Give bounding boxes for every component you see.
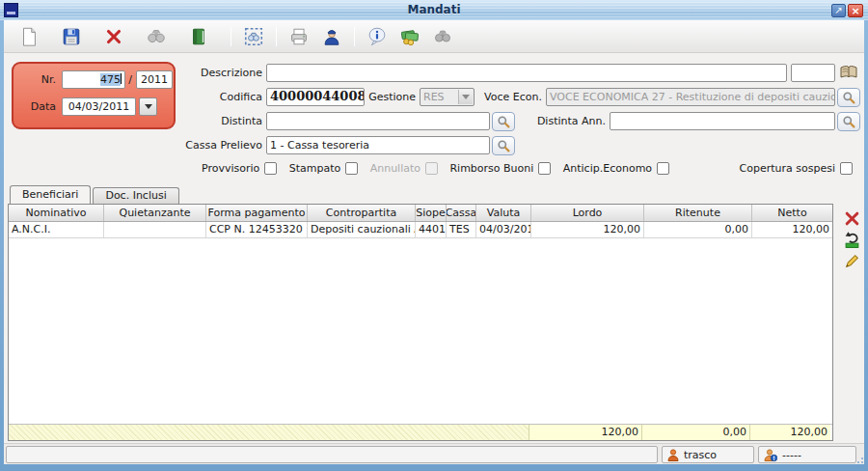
notes-book-button[interactable] [839, 64, 858, 84]
distinta-label: Distinta [149, 113, 262, 130]
col-header-ritenute[interactable]: Ritenute [644, 205, 752, 221]
distinta-ann-input[interactable] [610, 112, 835, 130]
toolbar-money-button[interactable] [397, 24, 422, 49]
anticip-economo-label: Anticip.Economo [563, 162, 652, 175]
cell-forma-pagamento[interactable]: CCP N. 12453320 [206, 222, 308, 237]
police-user-icon [321, 26, 342, 47]
total-lordo: 120,00 [529, 425, 642, 440]
toolbar-print-button[interactable] [286, 24, 312, 49]
descrizione-extra-input[interactable] [791, 64, 835, 82]
distinta-ann-label: Distinta Ann. [534, 113, 606, 130]
flags-row: Provvisorio Stampato Annullato Rimborso … [202, 160, 853, 176]
toolbar-save-button[interactable] [59, 24, 84, 49]
anticip-economo-checkbox[interactable] [657, 162, 669, 175]
window-body: Nr. 475 / 2011 Data 04/03/2011 Descrizio… [4, 20, 864, 464]
nr-input[interactable]: 475 [62, 70, 125, 89]
col-header-netto[interactable]: Netto [752, 205, 832, 221]
cell-netto[interactable]: 120,00 [752, 222, 832, 237]
maximize-button[interactable]: ↗ [831, 4, 846, 17]
window-title: Mandati [0, 3, 868, 16]
tab-beneficiari[interactable]: Beneficiari [10, 185, 91, 204]
col-header-cassa[interactable]: Cassa [447, 205, 476, 221]
pencil-icon [844, 253, 860, 269]
close-icon: × [851, 6, 859, 16]
text-caret [121, 73, 122, 84]
col-header-valuta[interactable]: Valuta [476, 205, 531, 221]
title-bar[interactable]: Mandati ↗ × [0, 0, 868, 20]
row-edit-button[interactable] [841, 250, 862, 271]
voce-econ-lookup-button[interactable] [837, 88, 860, 107]
totals-row: 120,00 0,00 120,00 [9, 424, 832, 440]
descrizione-input[interactable] [266, 64, 787, 82]
annullato-label: Annullato [370, 162, 420, 175]
toolbar-delete-button[interactable] [101, 24, 126, 49]
toolbar [4, 20, 864, 53]
cell-ritenute[interactable]: 0,00 [644, 222, 752, 237]
magnifier-icon [842, 115, 855, 128]
provvisorio-label: Provvisorio [202, 162, 259, 175]
table-header: Nominativo Quietanzante Forma pagamento … [9, 205, 832, 222]
voce-econ-input[interactable]: VOCE ECONOMICA 27 - Restituzione di depo… [546, 88, 835, 106]
toolbar-new-button[interactable] [16, 24, 41, 49]
cell-siope[interactable]: 4401 [416, 222, 447, 237]
gestione-select[interactable]: RES [420, 88, 475, 106]
distinta-lookup-button[interactable] [492, 112, 515, 131]
archive-binder-icon [188, 26, 209, 47]
row-undo-button[interactable] [841, 229, 862, 250]
distinta-ann-lookup-button[interactable] [837, 112, 860, 131]
resize-grip[interactable] [854, 455, 863, 463]
magnifier-icon [497, 139, 510, 152]
stampato-checkbox[interactable] [345, 162, 358, 175]
cassa-prelievo-input[interactable]: 1 - Cassa tesoreria [266, 136, 490, 154]
checkbox-group-annullato: Annullato [370, 162, 438, 175]
undo-icon [844, 231, 860, 249]
magnifier-icon [497, 115, 510, 128]
money-icon [399, 26, 420, 47]
col-header-lordo[interactable]: Lordo [531, 205, 644, 221]
checkbox-group-stampato: Stampato [289, 162, 359, 175]
toolbar-info-button[interactable] [365, 24, 390, 49]
provvisorio-checkbox[interactable] [264, 162, 277, 175]
toolbar-archive-button[interactable] [186, 24, 211, 49]
status-user-panel: trasco [662, 446, 754, 463]
cell-cassa[interactable]: TES [447, 222, 476, 237]
copertura-sospesi-checkbox[interactable] [840, 162, 853, 175]
descrizione-label: Descrizione [149, 65, 262, 82]
distinta-input[interactable] [266, 112, 490, 130]
cell-valuta[interactable]: 04/03/2011 [476, 222, 531, 237]
cell-nominativo[interactable]: A.N.C.I. [9, 222, 104, 237]
toolbar-find2-button-disabled[interactable] [430, 24, 455, 49]
col-header-quietanzante[interactable]: Quietanzante [104, 205, 206, 221]
col-header-forma-pagamento[interactable]: Forma pagamento [206, 205, 308, 221]
toolbar-find-button-disabled[interactable] [144, 24, 169, 49]
user-icon [667, 449, 679, 461]
new-document-icon [18, 26, 40, 47]
cell-quietanzante[interactable] [104, 222, 206, 237]
data-label: Data [23, 98, 56, 116]
toolbar-find-selection-button[interactable] [241, 24, 266, 49]
col-header-siope[interactable]: Siope [416, 205, 447, 221]
close-button[interactable]: × [848, 4, 863, 17]
gestione-value: RES [423, 91, 445, 103]
stampato-label: Stampato [289, 162, 341, 175]
voce-econ-label: Voce Econ. [480, 89, 542, 106]
rimborso-buoni-checkbox[interactable] [538, 162, 551, 175]
tab-doc-inclusi[interactable]: Doc. Inclusi [93, 187, 178, 204]
data-input[interactable]: 04/03/2011 [62, 97, 136, 116]
col-header-contropartita[interactable]: Contropartita [308, 205, 416, 221]
cell-contropartita[interactable]: Depositi cauzionali Ac [308, 222, 416, 237]
annullato-checkbox [425, 162, 438, 175]
tab-strip: Beneficiari Doc. Inclusi [10, 185, 181, 204]
toolbar-separator [354, 27, 355, 46]
chevron-down-icon [462, 95, 470, 99]
book-icon [839, 64, 858, 81]
beneficiari-table: Nominativo Quietanzante Forma pagamento … [8, 204, 833, 441]
cassa-prelievo-lookup-button[interactable] [492, 136, 515, 155]
binoculars-disabled-icon [146, 26, 167, 47]
toolbar-user-button[interactable] [319, 24, 344, 49]
cell-lordo[interactable]: 120,00 [531, 222, 644, 237]
table-row[interactable]: A.N.C.I. CCP N. 12453320 Depositi cauzio… [9, 222, 832, 238]
row-delete-button[interactable] [841, 208, 862, 229]
col-header-nominativo[interactable]: Nominativo [9, 205, 104, 221]
gestione-dropdown-button[interactable] [458, 90, 473, 104]
